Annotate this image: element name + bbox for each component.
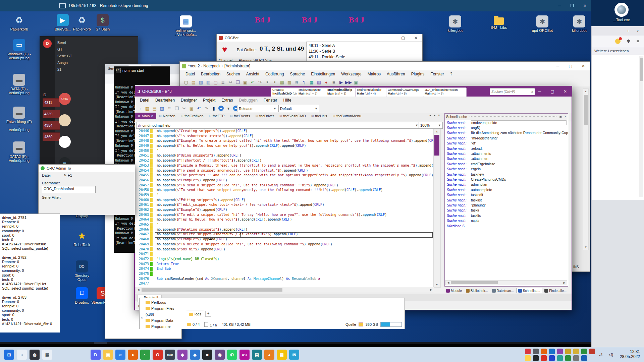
b4j-tab-fncdriver[interactable]: ⊞ fncDriver: [253, 113, 277, 119]
local-taskbar-app-explorer[interactable]: ▣: [103, 350, 113, 360]
search-history-entry[interactable]: Suche nach:ergein: [445, 167, 568, 172]
npp-toolbar-icon-10[interactable]: ↷: [257, 79, 263, 85]
npp-toolbar-icon-17[interactable]: ▦: [308, 79, 315, 85]
code-line-20476[interactable]: 20476Sub cmdRennkalender(cmd As XCommand…: [136, 277, 433, 282]
code-line-20473[interactable]: 20473Return True: [136, 262, 433, 267]
menu-item-ansicht[interactable]: Ansicht: [243, 71, 262, 77]
discord-server-icon[interactable]: [59, 114, 71, 126]
dock-tab-schnellsu[interactable]: Schnellsu...: [516, 288, 542, 293]
code-line-20447[interactable]: 20447mb.append($"!s <shortcut> <text>"$)…: [136, 134, 433, 139]
menu-item-fenster[interactable]: Fenster: [427, 71, 447, 77]
npp-toolbar-icon-20[interactable]: ■: [330, 79, 337, 85]
taskbar-app-conemu[interactable]: >_: [80, 342, 94, 344]
code-line-20448[interactable]: 20448mb.append($"Example: To create a sn…: [136, 138, 433, 143]
tree-folder-programfilesx86[interactable]: Program Files (x86): [146, 305, 182, 317]
code-line-20472[interactable]: 20472'Log($"${cmd.name} DB Closed"$): [136, 257, 433, 262]
schedule-entry[interactable]: 49:11 - Rookie-Serie: [309, 54, 423, 60]
editor-hscrollbar[interactable]: ◀ ▶: [136, 287, 434, 293]
search-history-entry[interactable]: Suche nach::reload:: [445, 146, 568, 151]
code-line-20465[interactable]: 20465': [136, 222, 433, 227]
b4j-close-button[interactable]: ✕: [559, 86, 572, 97]
taskbar-app-vscode[interactable]: ◆: [107, 342, 121, 344]
b4j-tab-fncftp[interactable]: ⊞ fncFTP: [206, 113, 227, 119]
search-history-entry[interactable]: Suche nach:CreatePlanungsCMDs: [445, 177, 568, 182]
desktop-icon-online-raci[interactable]: ▤online-raci... - Verknüpfu...: [173, 15, 199, 37]
code-line-20474[interactable]: 20474End Sub: [136, 266, 433, 272]
search-history-entry[interactable]: Suche nach:"ef": [445, 141, 568, 146]
code-line-20460[interactable]: 20460mb.append($"Editing snippets"$).app…: [136, 198, 433, 203]
b4j-menu-projekt[interactable]: Projekt: [200, 97, 218, 104]
remote-clock[interactable]: 12:31 28.05.2022: [561, 344, 581, 344]
search-history-entry[interactable]: Suche nach:"planung": [445, 202, 568, 207]
hamburger-menu-icon[interactable]: ≡: [637, 39, 639, 44]
b4j-quick-search-input[interactable]: Suchen (Ctrl+F) ⌕: [490, 88, 535, 95]
search-history-entry[interactable]: Suche nach:tasknew: [445, 172, 568, 177]
search-history-entry[interactable]: Suche nach:taskli: [445, 208, 568, 213]
local-taskbar-app-vscode[interactable]: ◆: [190, 350, 200, 360]
menu-item-help[interactable]: ?: [447, 71, 455, 77]
b4j-toolbar-icon-6[interactable]: ▣: [188, 105, 195, 112]
local-tray-icon-r1-1[interactable]: [533, 349, 539, 354]
code-line-20451[interactable]: 20451mb.append($"Using snippets"$).appen…: [136, 153, 433, 158]
taskbar-app-b4j[interactable]: B4J: [94, 342, 107, 344]
npp-toolbar-icon-0[interactable]: ▢: [183, 79, 190, 85]
desktop-icon-papierkorb[interactable]: ♻Papierkorb: [6, 14, 32, 31]
local-task-view-icon[interactable]: ▦: [42, 350, 52, 360]
code-line-20461[interactable]: 20461mb.append($"!edit_snippet <shortcut…: [136, 202, 433, 207]
explorer-folder-tree[interactable]: PerfLogsProgram Files (x86)ProgramDataPr…: [146, 299, 182, 329]
b4j-menu-designer[interactable]: Designer: [178, 97, 200, 104]
search-history-entry[interactable]: Suche nach:"mi-registrierung": [445, 135, 568, 140]
b4j-menu-bearbeiten[interactable]: Bearbeiten: [152, 97, 178, 104]
npp-toolbar-icon-2[interactable]: ▥: [198, 79, 204, 85]
taskbar-search-icon[interactable]: ○: [13, 342, 27, 344]
code-line-20471[interactable]: 20471: [136, 252, 433, 257]
code-line-20466[interactable]: 20466mb.append($"Deleting snippets"$).ap…: [136, 227, 433, 232]
orc-admin-menu-datei[interactable]: Datei: [42, 173, 51, 177]
desktop-icon-b4j[interactable]: B4J - Libs: [486, 15, 512, 29]
b4j-toolbar-icon-10[interactable]: ◀: [218, 106, 224, 111]
b4j-menu-hilfe[interactable]: Hilfe: [280, 97, 294, 104]
local-tray-icon-r2-2[interactable]: [541, 355, 547, 361]
local-tray-icon-r2-3[interactable]: [549, 355, 555, 361]
explorer-tab-logs[interactable]: logs: [186, 310, 204, 318]
desktop-icon-git[interactable]: $Git Bash: [90, 14, 116, 31]
local-tray-icon-r1-7[interactable]: [581, 349, 587, 354]
code-line-20450[interactable]: 20450': [136, 148, 433, 154]
bookmark-button-cmdmodmailhelp[interactable]: cmdmodmailhelpMain (ctrl + 3): [326, 87, 357, 97]
npp-toolbar-icon-4[interactable]: ▢: [212, 79, 219, 85]
code-line-20456[interactable]: 20456mb.append($"Example"$).append(CRLF): [136, 178, 433, 183]
driver-log-panel[interactable]: driver_id: 2781Rennen: 0rennpkt: 0commun…: [0, 214, 60, 333]
search-history-entry[interactable]: Suche nach:ncpla: [445, 218, 568, 223]
b4j-tab-fncslashcmd[interactable]: ⊞ fncSlashCMD: [277, 113, 309, 119]
local-tray-icon-r1-2[interactable]: [541, 349, 547, 354]
npp-toolbar-icon-13[interactable]: ▩: [279, 79, 285, 85]
code-line-20475[interactable]: 20475: [136, 272, 433, 277]
b4j-tab-scroll-arrows[interactable]: ◂ ▸ ▾: [429, 114, 441, 117]
b4j-tab-fncbuttonmenu[interactable]: ⊞ fncButtonMenu: [330, 113, 364, 119]
local-taskbar-app-conemu[interactable]: >_: [140, 350, 150, 360]
local-taskbar-app-app-orange[interactable]: ▲: [264, 350, 274, 360]
quicksearch-history-list[interactable]: Suche nach:cmdeventpunkteSuche nach:ung5…: [445, 120, 568, 228]
search-history-entry[interactable]: Suche nach:adminplan: [445, 182, 568, 187]
search-history-entry[interactable]: Suche nach:tasklis: [445, 213, 568, 218]
npp-toolbar-icon-19[interactable]: ●: [323, 79, 330, 85]
code-line-20452[interactable]: 20452mb.append($"!!shortcut / !!!shortcu…: [136, 158, 433, 163]
search-history-entry[interactable]: Suche nach:ung5(: [445, 125, 568, 130]
desktop-icon-upd[interactable]: ✱upd ORCBot: [529, 15, 555, 33]
b4j-toolbar-icon-5[interactable]: ✂: [181, 105, 187, 112]
local-tray-icon-r1-6[interactable]: [573, 349, 579, 354]
tree-folder-programdata[interactable]: ProgramData: [146, 317, 182, 323]
code-editor[interactable]: 20446mb.append($"Creating snippets"$).ap…: [136, 129, 433, 287]
desktop-icon-killorcbot[interactable]: ✱killorcbot: [566, 15, 591, 33]
rdp-restore-button[interactable]: ❐: [566, 0, 579, 11]
b4j-tab-notizen[interactable]: ⊞ Notizen: [156, 113, 178, 119]
desktop-icon-data2[interactable]: ▬DATA2 (F) - Verknüpfung: [6, 141, 32, 163]
rdp-minimize-button[interactable]: ─: [553, 0, 566, 11]
local-tray-icon-r1-4[interactable]: [557, 349, 563, 354]
code-line-20469[interactable]: 20469mb.append($"To delete a snippet cal…: [136, 242, 433, 247]
npp-toolbar-icon-3[interactable]: ▥: [205, 79, 212, 85]
notepadpp-vscrollbar[interactable]: ▲ ▼: [583, 88, 589, 250]
menu-item-sprache[interactable]: Sprache: [287, 71, 308, 77]
b4j-tab-fncevents[interactable]: ⊞ fncEvents: [227, 113, 253, 119]
search-history-entry[interactable]: Suche nach:autocomplete: [445, 187, 568, 192]
